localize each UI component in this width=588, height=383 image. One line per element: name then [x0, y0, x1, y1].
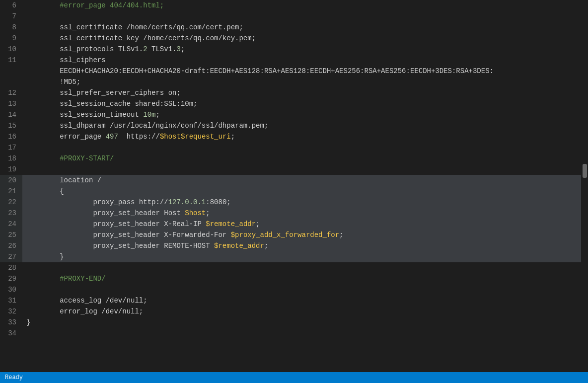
table-row: 29 #PROXY-END/	[0, 273, 588, 284]
table-row: 20 location /	[0, 175, 588, 186]
line-number: 29	[0, 273, 22, 284]
line-content[interactable]: error_page 497 https://$host$request_uri…	[22, 131, 588, 142]
line-number: 34	[0, 328, 22, 339]
line-content[interactable]: {	[22, 186, 588, 197]
table-row: 13 ssl_session_cache shared:SSL:10m;	[0, 98, 588, 109]
line-content[interactable]: ssl_session_cache shared:SSL:10m;	[22, 98, 588, 109]
line-content[interactable]: #error_page 404/404.html;	[22, 0, 588, 11]
table-row: 28	[0, 262, 588, 273]
table-row: EECDH+CHACHA20:EECDH+CHACHA20-draft:EECD…	[0, 66, 588, 77]
status-bar: Ready	[0, 372, 588, 383]
line-number: 15	[0, 120, 22, 131]
line-content[interactable]	[22, 328, 588, 339]
table-row: 10 ssl_protocols TLSv1.2 TLSv1.3;	[0, 44, 588, 55]
table-row: 9 ssl_certificate_key /home/certs/qq.com…	[0, 33, 588, 44]
line-number: 24	[0, 219, 22, 230]
table-row: 11 ssl_ciphers	[0, 55, 588, 66]
line-number: 13	[0, 98, 22, 109]
line-content[interactable]: proxy_set_header Host $host;	[22, 208, 588, 219]
line-content[interactable]: proxy_set_header X-Real-IP $remote_addr;	[22, 219, 588, 230]
table-row: 32 error_log /dev/null;	[0, 306, 588, 317]
table-row: 6 #error_page 404/404.html;	[0, 0, 588, 11]
line-number: 28	[0, 262, 22, 273]
table-row: 18 #PROXY-START/	[0, 153, 588, 164]
line-number: 7	[0, 11, 22, 22]
line-content[interactable]: }	[22, 251, 588, 262]
line-number: 31	[0, 295, 22, 306]
line-number: 26	[0, 240, 22, 251]
line-number: 12	[0, 87, 22, 98]
line-content[interactable]	[22, 11, 588, 22]
line-content[interactable]: proxy_set_header X-Forwarded-For $proxy_…	[22, 230, 588, 240]
line-content[interactable]: location /	[22, 175, 588, 186]
table-row: !MD5;	[0, 77, 588, 87]
table-row: 15 ssl_dhparam /usr/local/nginx/conf/ssl…	[0, 120, 588, 131]
table-row: 17	[0, 142, 588, 153]
line-number: 17	[0, 142, 22, 153]
line-number: 11	[0, 55, 22, 66]
line-number: 9	[0, 33, 22, 44]
line-number: 30	[0, 284, 22, 295]
table-row: 8 ssl_certificate /home/certs/qq.com/cer…	[0, 22, 588, 33]
line-number	[0, 66, 22, 77]
line-content[interactable]	[22, 262, 588, 273]
line-content[interactable]: ssl_certificate_key /home/certs/qq.com/k…	[22, 33, 588, 44]
line-number: 21	[0, 186, 22, 197]
table-row: 14 ssl_session_timeout 10m;	[0, 109, 588, 120]
table-row: 25 proxy_set_header X-Forwarded-For $pro…	[0, 230, 588, 240]
table-row: 24 proxy_set_header X-Real-IP $remote_ad…	[0, 219, 588, 230]
scrollbar-thumb[interactable]	[583, 164, 587, 178]
table-row: 34	[0, 328, 588, 339]
editor-container: 6 #error_page 404/404.html;7 8 ssl_certi…	[0, 0, 588, 372]
table-row: 30	[0, 284, 588, 295]
status-left: Ready	[5, 374, 23, 381]
line-content[interactable]: ssl_prefer_server_ciphers on;	[22, 87, 588, 98]
line-content[interactable]: ssl_session_timeout 10m;	[22, 109, 588, 120]
line-content[interactable]: access_log /dev/null;	[22, 295, 588, 306]
line-number	[0, 77, 22, 87]
line-number: 8	[0, 22, 22, 33]
line-content[interactable]: ssl_dhparam /usr/local/nginx/conf/ssl/dh…	[22, 120, 588, 131]
line-content[interactable]: ssl_ciphers	[22, 55, 588, 66]
table-row: 22 proxy_pass http://127.0.0.1:8080;	[0, 197, 588, 208]
line-number: 6	[0, 0, 22, 11]
line-number: 20	[0, 175, 22, 186]
line-number: 19	[0, 164, 22, 175]
line-content[interactable]: !MD5;	[22, 77, 588, 87]
line-number: 33	[0, 317, 22, 328]
line-content[interactable]: #PROXY-END/	[22, 273, 588, 284]
code-table: 6 #error_page 404/404.html;7 8 ssl_certi…	[0, 0, 588, 339]
scrollbar[interactable]	[581, 0, 588, 372]
table-row: 23 proxy_set_header Host $host;	[0, 208, 588, 219]
line-content[interactable]: }	[22, 317, 588, 328]
line-content[interactable]: proxy_set_header REMOTE-HOST $remote_add…	[22, 240, 588, 251]
table-row: 33}	[0, 317, 588, 328]
code-area[interactable]: 6 #error_page 404/404.html;7 8 ssl_certi…	[0, 0, 588, 372]
line-number: 32	[0, 306, 22, 317]
table-row: 21 {	[0, 186, 588, 197]
line-content[interactable]: ssl_protocols TLSv1.2 TLSv1.3;	[22, 44, 588, 55]
table-row: 26 proxy_set_header REMOTE-HOST $remote_…	[0, 240, 588, 251]
line-content[interactable]: ssl_certificate /home/certs/qq.com/cert.…	[22, 22, 588, 33]
line-number: 10	[0, 44, 22, 55]
line-number: 25	[0, 230, 22, 240]
line-content[interactable]: proxy_pass http://127.0.0.1:8080;	[22, 197, 588, 208]
line-number: 14	[0, 109, 22, 120]
table-row: 7	[0, 11, 588, 22]
line-content[interactable]	[22, 284, 588, 295]
line-number: 23	[0, 208, 22, 219]
table-row: 19	[0, 164, 588, 175]
line-number: 18	[0, 153, 22, 164]
line-number: 27	[0, 251, 22, 262]
table-row: 31 access_log /dev/null;	[0, 295, 588, 306]
line-content[interactable]: EECDH+CHACHA20:EECDH+CHACHA20-draft:EECD…	[22, 66, 588, 77]
line-number: 16	[0, 131, 22, 142]
line-content[interactable]: #PROXY-START/	[22, 153, 588, 164]
line-number: 22	[0, 197, 22, 208]
table-row: 12 ssl_prefer_server_ciphers on;	[0, 87, 588, 98]
status-text: Ready	[5, 374, 23, 381]
table-row: 27 }	[0, 251, 588, 262]
line-content[interactable]: error_log /dev/null;	[22, 306, 588, 317]
line-content[interactable]	[22, 164, 588, 175]
line-content[interactable]	[22, 142, 588, 153]
